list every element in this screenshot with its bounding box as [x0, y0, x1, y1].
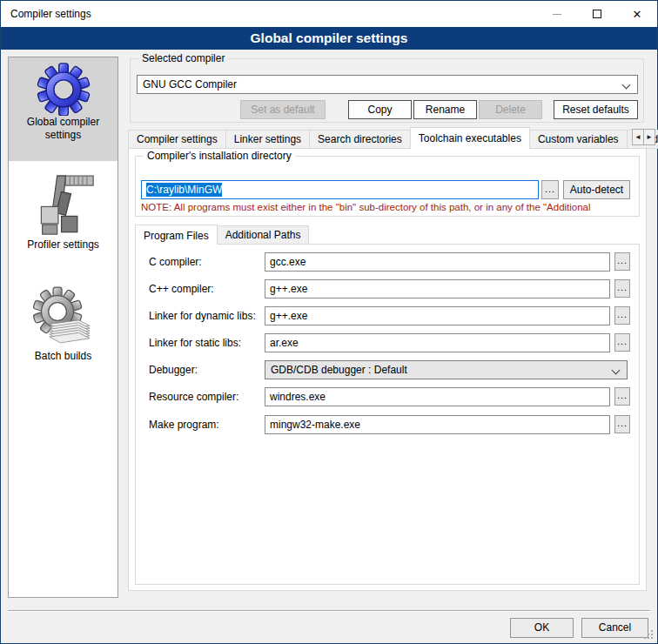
copy-button[interactable]: Copy [348, 100, 412, 119]
sidebar-item-label: Profiler settings [9, 238, 118, 257]
tab-scroll-arrows: ◄ ► [633, 129, 655, 145]
browse-make-program-button[interactable]: ... [614, 415, 630, 433]
settings-sidebar: Global compiler settings Profiler settin… [8, 57, 118, 598]
installation-directory-input[interactable]: C:\raylib\MinGW [141, 180, 539, 199]
reset-defaults-button[interactable]: Reset defaults [554, 100, 638, 119]
blue-gear-icon [9, 62, 118, 116]
resource-compiler-label: Resource compiler: [149, 390, 238, 404]
sidebar-item-profiler-settings[interactable]: Profiler settings [9, 171, 118, 257]
rename-button[interactable]: Rename [413, 100, 477, 119]
cancel-button[interactable]: Cancel [581, 618, 648, 638]
close-icon: ✕ [633, 9, 642, 20]
minimize-icon [553, 14, 561, 15]
sidebar-item-global-compiler-settings[interactable]: Global compiler settings [9, 57, 118, 161]
maximize-button[interactable] [577, 1, 617, 27]
title-bar: Compiler settings ✕ [1, 1, 657, 27]
chevron-down-icon [612, 366, 621, 375]
window-title: Compiler settings [10, 8, 91, 20]
browse-linker-static-button[interactable]: ... [614, 333, 630, 352]
close-button[interactable]: ✕ [617, 1, 657, 27]
page-title: Global compiler settings [1, 27, 657, 50]
maximize-icon [593, 10, 601, 18]
gear-stack-icon [9, 285, 118, 350]
linker-static-input[interactable]: ar.exe [265, 333, 610, 352]
make-program-input[interactable]: mingw32-make.exe [265, 415, 610, 434]
tab-additional-paths[interactable]: Additional Paths [217, 225, 310, 245]
tab-custom-variables[interactable]: Custom variables [529, 130, 628, 149]
linker-dynamic-label: Linker for dynamic libs: [149, 309, 256, 323]
tab-compiler-settings[interactable]: Compiler settings [128, 130, 226, 149]
delete-button: Delete [479, 100, 542, 119]
debugger-label: Debugger: [149, 363, 198, 377]
cpp-compiler-label: C++ compiler: [149, 282, 214, 296]
make-program-label: Make program: [149, 418, 219, 432]
minimize-button[interactable] [537, 1, 577, 27]
group-label: Compiler's installation directory [144, 150, 295, 163]
tab-toolchain-executables[interactable]: Toolchain executables [410, 127, 530, 149]
debugger-dropdown[interactable]: GDB/CDB debugger : Default [265, 360, 628, 379]
compiler-tabs: Compiler settings Linker settings Search… [128, 127, 658, 149]
resize-grip-icon[interactable] [644, 630, 654, 640]
note-text: NOTE: All programs must exist either in … [141, 202, 641, 212]
linker-dynamic-input[interactable]: g++.exe [265, 306, 610, 325]
browse-directory-button[interactable]: ... [541, 180, 559, 199]
auto-detect-button[interactable]: Auto-detect [563, 180, 630, 199]
sidebar-item-label: Batch builds [9, 350, 118, 368]
tab-linker-settings[interactable]: Linker settings [225, 130, 310, 149]
tab-search-directories[interactable]: Search directories [309, 130, 411, 149]
tab-scroll-right-icon[interactable]: ► [643, 129, 655, 145]
linker-static-label: Linker for static libs: [149, 336, 241, 350]
browse-linker-dynamic-button[interactable]: ... [614, 306, 630, 325]
cpp-compiler-input[interactable]: g++.exe [265, 279, 610, 299]
compiler-settings-window: Compiler settings ✕ Global compiler sett… [0, 0, 658, 644]
set-as-default-button: Set as default [240, 100, 326, 119]
program-tabs: Program Files Additional Paths [135, 225, 308, 245]
browse-c-compiler-button[interactable]: ... [614, 252, 630, 271]
browse-cpp-compiler-button[interactable]: ... [614, 279, 630, 298]
c-compiler-input[interactable]: gcc.exe [265, 252, 610, 272]
group-label: Selected compiler [138, 52, 228, 65]
sidebar-item-batch-builds[interactable]: Batch builds [9, 285, 118, 368]
ok-button[interactable]: OK [510, 618, 574, 638]
resource-compiler-input[interactable]: windres.exe [265, 387, 610, 406]
c-compiler-label: C compiler: [149, 255, 202, 269]
selected-compiler-dropdown[interactable]: GNU GCC Compiler [137, 75, 638, 94]
tab-scroll-left-icon[interactable]: ◄ [632, 129, 644, 145]
caliper-icon [9, 171, 118, 238]
debugger-value: GDB/CDB debugger : Default [271, 364, 407, 376]
footer-divider [8, 610, 650, 612]
sidebar-item-label: Global compiler settings [9, 116, 118, 147]
tab-program-files[interactable]: Program Files [135, 225, 218, 245]
selected-text: C:\raylib\MinGW [146, 183, 222, 197]
browse-resource-compiler-button[interactable]: ... [614, 387, 630, 406]
chevron-down-icon [622, 81, 631, 90]
selected-compiler-value: GNU GCC Compiler [143, 78, 237, 91]
